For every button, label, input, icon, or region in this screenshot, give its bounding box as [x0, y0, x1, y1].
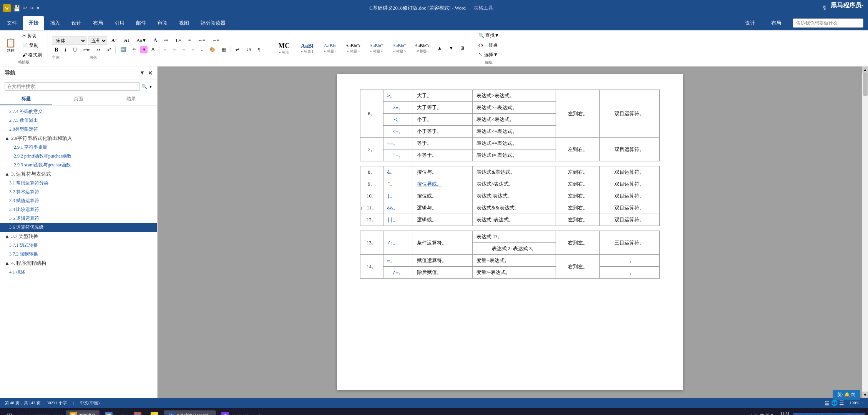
tab-mail[interactable]: 邮件	[131, 16, 151, 30]
nav-item-28[interactable]: 2.8类型限定符	[0, 125, 157, 134]
style-heading3[interactable]: AaBbCc ↵标题 3	[342, 42, 364, 55]
tab-table-design[interactable]: 设计	[737, 20, 763, 27]
nav-item-275[interactable]: 2.7.5 数值溢出	[0, 116, 157, 125]
taskbar-word[interactable]: W C基础讲义2018修...	[164, 410, 216, 415]
tab-home[interactable]: 开始	[23, 16, 44, 30]
text-dir-btn[interactable]: ⇌	[233, 46, 242, 54]
nav-item-292[interactable]: 2.9.2 printf函数和putchar函数	[0, 152, 157, 161]
numbering-btn[interactable]: 1.≡	[173, 37, 184, 45]
select-btn[interactable]: ↖ 选择▼	[476, 50, 502, 59]
styles-scroll-down[interactable]: ▼	[446, 44, 456, 52]
nav-item-41[interactable]: 4.1 概述	[0, 268, 157, 277]
taskbar-day03[interactable]: 📁 day03	[101, 410, 128, 415]
style-heading4[interactable]: AaBbC ↵标题 4	[365, 42, 387, 55]
redo-btn[interactable]: ↪	[30, 5, 34, 11]
view-mode-outline[interactable]: ☰	[839, 400, 844, 406]
style-heading6[interactable]: AaBbCc ↵标题6	[412, 42, 433, 55]
nav-item-29[interactable]: ▲ 2.9字符串格式化输出和输入	[0, 134, 157, 143]
list-btn[interactable]: ≡	[186, 37, 194, 45]
styles-scroll-up[interactable]: ▲	[435, 44, 445, 52]
tab-view[interactable]: 视图	[174, 16, 194, 30]
nav-dropdown-btn[interactable]: ▼	[139, 70, 145, 76]
find-btn[interactable]: 🔍 查找▼	[476, 31, 502, 40]
nav-item-293[interactable]: 2.9.3 scanf函数与getchar函数	[0, 161, 157, 169]
search-input-ribbon[interactable]	[793, 18, 863, 28]
customize-btn[interactable]: ▼	[36, 6, 40, 10]
align-left-btn[interactable]: ≡	[161, 46, 169, 54]
nav-item-274[interactable]: 2.7.4 补码的意义	[0, 107, 157, 116]
nav-item-31[interactable]: 3.1 常用运算符分类	[0, 179, 157, 188]
borders-btn[interactable]: ▦	[219, 46, 229, 54]
nav-item-33[interactable]: 3.3 赋值运算符	[0, 196, 157, 205]
show-marks-btn[interactable]: ¶	[256, 46, 263, 54]
shading-btn[interactable]: 🎨	[207, 46, 218, 54]
indent-dec-btn[interactable]: ←≡	[195, 37, 208, 45]
nav-tab-pages[interactable]: 页面	[52, 93, 105, 105]
font-bg-btn[interactable]: A	[140, 46, 148, 53]
tab-table-layout[interactable]: 布局	[763, 20, 789, 27]
nav-item-37[interactable]: ▲ 3.7 类型转换	[0, 232, 157, 241]
align-justify-btn[interactable]: ≡	[189, 46, 197, 54]
tab-layout[interactable]: 布局	[88, 16, 108, 30]
bold-btn[interactable]: B	[52, 46, 61, 54]
scroll-thumb[interactable]	[863, 73, 868, 96]
font-grow-btn[interactable]: A↑	[109, 37, 120, 45]
search-icon[interactable]: 🔍	[141, 84, 147, 90]
line-space-btn[interactable]: ↕	[198, 46, 206, 54]
vertical-scrollbar[interactable]: ▲ ▼	[862, 66, 868, 398]
italic-btn[interactable]: I	[62, 46, 69, 54]
tab-insert[interactable]: 插入	[45, 16, 65, 30]
nav-item-291[interactable]: 2.9.1 字符串累量	[0, 143, 157, 152]
paste-btn[interactable]: 📋 粘贴	[3, 37, 18, 54]
nav-item-3[interactable]: ▲ 3. 运算符与表达式	[0, 169, 157, 179]
highlight-btn[interactable]: ✏	[130, 46, 139, 54]
text-border-btn[interactable]: A̲	[149, 46, 157, 54]
scroll-up-btn[interactable]: ▲	[862, 66, 868, 73]
style-heading2[interactable]: AaBbt ↵标题 2	[319, 42, 341, 55]
style-heading5[interactable]: AaBbC ↵标题 5	[388, 42, 410, 55]
nav-close-btn[interactable]: ✕	[148, 70, 153, 76]
lang-indicator[interactable]: 中文(中国)	[80, 400, 100, 406]
style-normal[interactable]: MC ↵标准	[273, 41, 295, 56]
nav-item-36[interactable]: 3.6 运算符优先级	[0, 223, 157, 232]
nav-item-32[interactable]: 3.2 算术运算符	[0, 188, 157, 196]
superscript-btn[interactable]: x²	[105, 46, 114, 54]
undo-btn[interactable]: ↩	[23, 5, 27, 11]
subscript-btn[interactable]: x₁	[94, 46, 103, 54]
underline-btn[interactable]: U	[70, 46, 80, 54]
start-btn[interactable]: ⊞	[3, 410, 16, 415]
taskbar-vs[interactable]: ◆ day03 - Microsof...	[217, 410, 267, 415]
search-dropdown-icon[interactable]: ▼	[149, 85, 153, 89]
font-shrink-btn[interactable]: A↓	[121, 37, 133, 45]
zoom-out-btn[interactable]: −	[846, 400, 848, 405]
cut-btn[interactable]: ✂ 剪切	[20, 32, 45, 40]
tab-file[interactable]: 文件	[2, 16, 22, 30]
strikethrough-btn[interactable]: abc	[81, 46, 93, 54]
csdn-btn[interactable]: https://blog.csdn.net/weixin_45704714	[793, 413, 865, 415]
zoom-in-btn[interactable]: +	[861, 400, 863, 405]
bullets-btn[interactable]: •≡	[161, 37, 171, 45]
format-painter-btn[interactable]: 🖌 格式刷	[20, 51, 45, 60]
font-color-btn[interactable]: 🔤	[118, 46, 129, 54]
nav-item-34[interactable]: 3.4 比较运算符	[0, 205, 157, 214]
tab-design[interactable]: 设计	[66, 16, 87, 30]
nav-item-4[interactable]: ▲ 4. 程序流程结构	[0, 259, 157, 268]
doc-area[interactable]: 6。 >。 大于。 表达式>表达式。 左到右。 双目运算符。 >=。 大于等于。…	[158, 66, 862, 398]
styles-expand[interactable]: ⊞	[458, 44, 467, 52]
lang-switcher[interactable]: 英· 🔔 简	[833, 390, 860, 400]
view-mode-web[interactable]: 🌐	[831, 400, 838, 406]
tab-review[interactable]: 审阅	[152, 16, 173, 30]
taskbar-browser[interactable]: 🌐	[130, 410, 145, 415]
nav-tab-headings[interactable]: 标题	[0, 93, 52, 105]
copy-btn[interactable]: 📄 复制	[20, 41, 45, 50]
nav-tab-results[interactable]: 结果	[105, 93, 157, 105]
nav-item-371[interactable]: 3.7.1 隐式转换	[0, 241, 157, 250]
tab-references[interactable]: 引用	[109, 16, 130, 30]
style-heading1[interactable]: AaBl ↵标题 1	[296, 42, 318, 55]
font-case-btn[interactable]: Aa▼	[134, 37, 149, 45]
replace-btn[interactable]: ab→ 替换	[476, 41, 502, 50]
taskbar-teaching[interactable]: 📖 教学讲义	[66, 410, 100, 415]
scroll-down-btn[interactable]: ▼	[862, 392, 868, 398]
tab-foxit[interactable]: 福昕阅读器	[195, 16, 231, 30]
quick-save[interactable]: 💾	[13, 5, 21, 12]
